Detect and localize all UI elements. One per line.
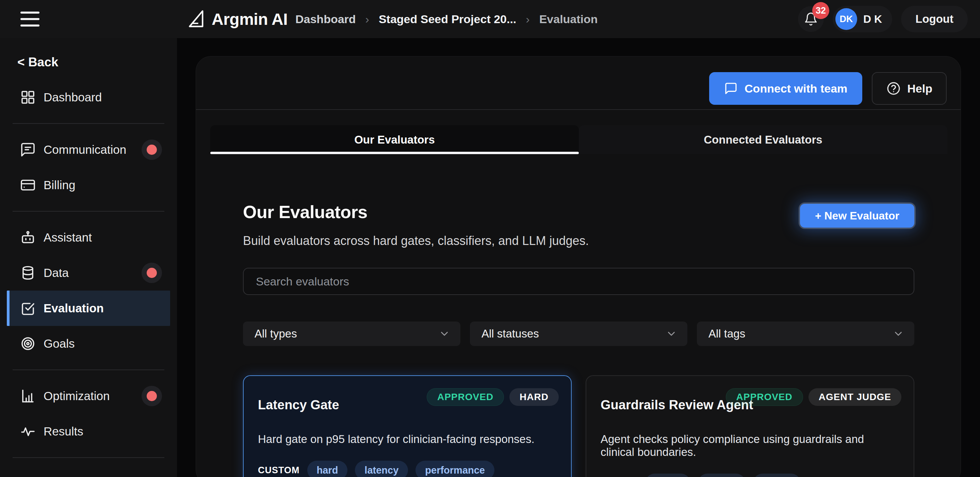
- back-link[interactable]: < Back: [18, 55, 177, 69]
- user-name: D K: [863, 13, 882, 25]
- sidebar-item-dashboard[interactable]: Dashboard: [7, 80, 170, 115]
- bar-chart-icon: [20, 388, 36, 404]
- app-title: Argmin AI: [212, 10, 288, 29]
- breadcrumb-project[interactable]: Staged Seed Project 20...: [379, 13, 516, 26]
- help-button[interactable]: Help: [872, 72, 947, 105]
- sidebar-item-assistant[interactable]: Assistant: [7, 220, 170, 255]
- unread-dot: [147, 145, 157, 155]
- chevron-down-icon: [439, 328, 450, 340]
- unread-dot: [147, 268, 157, 278]
- notification-count-badge: 32: [812, 2, 829, 19]
- unread-indicator: [142, 140, 162, 160]
- filter-value: All statuses: [482, 327, 539, 340]
- header-divider: [196, 109, 961, 110]
- card-badges: APPROVED AGENT JUDGE: [726, 388, 901, 406]
- sidebar-item-label: Communication: [43, 143, 126, 156]
- card-type-label: CUSTOM: [258, 465, 300, 475]
- evaluator-card-guardrails-review-agent[interactable]: APPROVED AGENT JUDGE Guardrails Review A…: [585, 375, 914, 477]
- search-bar: [243, 268, 914, 295]
- tab-our-evaluators[interactable]: Our Evaluators: [210, 125, 579, 154]
- filter-tags-dropdown[interactable]: All tags: [697, 321, 914, 346]
- filter-value: All types: [255, 327, 297, 340]
- unread-indicator: [142, 263, 162, 283]
- target-icon: [20, 335, 36, 352]
- main-area: Connect with team Help Our Evaluators Co…: [177, 38, 980, 477]
- argmin-logo-icon: [187, 9, 207, 29]
- panel-header-actions: Connect with team Help: [709, 72, 947, 105]
- sidebar: < Back Dashboard Communication Billing: [0, 38, 177, 477]
- help-label: Help: [907, 82, 932, 95]
- content-panel: Connect with team Help Our Evaluators Co…: [196, 56, 961, 477]
- sidebar-item-billing[interactable]: Billing: [7, 167, 170, 203]
- page-subtitle: Build evaluators across hard gates, clas…: [243, 234, 914, 248]
- filter-types-dropdown[interactable]: All types: [243, 321, 460, 346]
- new-evaluator-button[interactable]: + New Evaluator: [800, 204, 914, 227]
- connect-with-team-label: Connect with team: [745, 82, 847, 95]
- sidebar-item-evaluation[interactable]: Evaluation: [7, 291, 170, 326]
- tag: policy: [753, 474, 801, 477]
- sidebar-item-goals[interactable]: Goals: [7, 326, 170, 361]
- tag: agent: [645, 474, 690, 477]
- robot-icon: [20, 229, 36, 246]
- evaluators-tabs: Our Evaluators Connected Evaluators: [210, 125, 947, 154]
- user-menu[interactable]: DK D K: [833, 6, 892, 32]
- tab-label: Our Evaluators: [354, 134, 435, 146]
- avatar: DK: [835, 8, 857, 30]
- sidebar-item-label: Billing: [43, 178, 75, 192]
- filter-value: All tags: [708, 327, 745, 340]
- sidebar-divider: [13, 123, 164, 124]
- checkbox-check-icon: [20, 300, 36, 316]
- chat-bubble-icon: [20, 142, 36, 158]
- section-header: Our Evaluators Build evaluators across h…: [243, 202, 914, 248]
- database-icon: [20, 265, 36, 281]
- chevron-down-icon: [666, 328, 677, 340]
- sidebar-item-label: Data: [43, 266, 69, 280]
- sidebar-item-label: Evaluation: [43, 301, 104, 315]
- tab-connected-evaluators[interactable]: Connected Evaluators: [579, 125, 947, 154]
- sidebar-item-optimization[interactable]: Optimization: [7, 378, 170, 414]
- evaluator-card-latency-gate[interactable]: APPROVED HARD Latency Gate Hard gate on …: [243, 375, 572, 477]
- sidebar-divider: [13, 369, 164, 370]
- breadcrumb-evaluation: Evaluation: [539, 13, 598, 26]
- sidebar-item-label: Assistant: [43, 231, 92, 244]
- evaluator-cards: APPROVED HARD Latency Gate Hard gate on …: [243, 375, 914, 477]
- help-question-icon: [886, 81, 901, 96]
- app-logo: Argmin AI: [187, 9, 288, 29]
- tag: performance: [415, 461, 495, 477]
- sidebar-item-label: Optimization: [43, 389, 110, 403]
- sidebar-item-data[interactable]: Data: [7, 255, 170, 291]
- card-meta: CUSTOM hard latency performance: [258, 461, 557, 477]
- card-description: Hard gate on p95 latency for clinician-f…: [258, 433, 557, 446]
- breadcrumb-dashboard[interactable]: Dashboard: [295, 13, 356, 26]
- breadcrumb-separator-icon: ›: [366, 13, 369, 26]
- sidebar-item-label: Goals: [43, 337, 75, 350]
- connect-with-team-button[interactable]: Connect with team: [709, 72, 862, 105]
- top-navbar: Argmin AI Dashboard › Staged Seed Projec…: [0, 0, 980, 38]
- sidebar-item-communication[interactable]: Communication: [7, 132, 170, 167]
- tab-label: Connected Evaluators: [704, 134, 822, 146]
- status-badge: APPROVED: [427, 388, 504, 406]
- sidebar-divider: [13, 211, 164, 211]
- kind-badge: AGENT JUDGE: [808, 388, 901, 406]
- chevron-down-icon: [892, 328, 904, 340]
- breadcrumb: Dashboard › Staged Seed Project 20... › …: [295, 13, 598, 26]
- filter-row: All types All statuses All tags: [243, 321, 914, 346]
- status-badge: APPROVED: [726, 388, 803, 406]
- sidebar-divider: [13, 457, 164, 458]
- card-badges: APPROVED HARD: [427, 388, 559, 406]
- notifications-button[interactable]: 32: [798, 6, 824, 32]
- unread-indicator: [142, 386, 162, 406]
- sidebar-item-label: Dashboard: [43, 91, 102, 104]
- hamburger-menu-icon[interactable]: [16, 5, 45, 33]
- active-tab-underline: [210, 152, 579, 154]
- card-description: Agent checks policy compliance using gua…: [601, 433, 899, 459]
- sidebar-item-label: Results: [43, 425, 83, 438]
- search-input[interactable]: [243, 268, 914, 295]
- tag: latency: [355, 461, 408, 477]
- filter-statuses-dropdown[interactable]: All statuses: [470, 321, 687, 346]
- logout-button[interactable]: Logout: [901, 6, 968, 32]
- sidebar-item-results[interactable]: Results: [7, 414, 170, 449]
- dashboard-grid-icon: [20, 89, 36, 105]
- credit-card-icon: [20, 177, 36, 193]
- unread-dot: [147, 391, 157, 401]
